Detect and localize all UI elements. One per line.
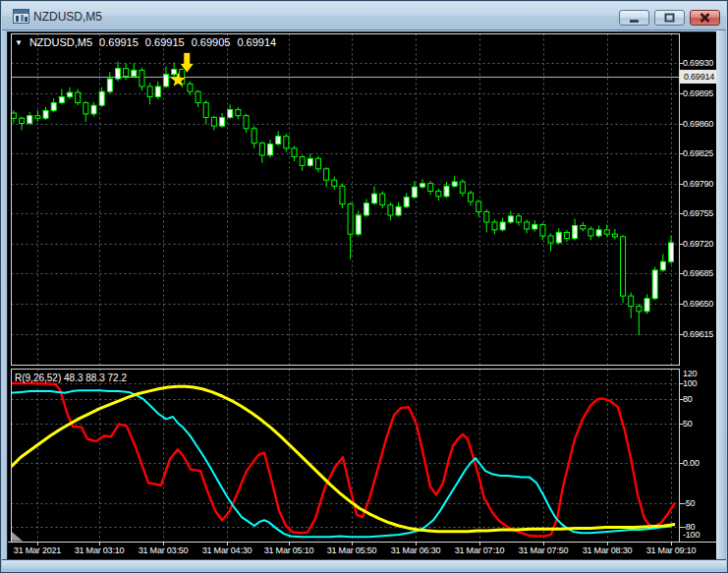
minimize-icon: [629, 14, 641, 23]
chart-area[interactable]: [7, 31, 718, 561]
price-tick-label: 0.69720: [683, 239, 713, 249]
price-tick-label: 0.69650: [683, 299, 713, 309]
time-axis-label: 31 Mar 06:30: [391, 545, 441, 555]
time-axis-label: 31 Mar 2021: [14, 545, 61, 555]
current-price-badge: 0.69914: [680, 70, 718, 84]
time-axis-label: 31 Mar 07:10: [455, 545, 505, 555]
indicator-scale-label: -100: [683, 530, 700, 540]
time-axis-label: 31 Mar 05:50: [327, 545, 377, 555]
indicator-scale-label: -50: [683, 498, 695, 508]
price-tick-label: 0.69685: [683, 268, 713, 278]
price-tick-label: 0.69790: [683, 179, 713, 189]
indicator-scale-label: 100: [683, 378, 697, 388]
restore-button[interactable]: [654, 10, 685, 26]
price-tick-label: 0.69615: [683, 329, 713, 339]
open-value: 0.69915: [99, 36, 139, 48]
indicator-scale-label: 80: [683, 394, 693, 404]
price-tick-label: 0.69895: [683, 88, 713, 98]
window-right-frame: [716, 30, 726, 560]
time-axis-label: 31 Mar 03:10: [75, 545, 125, 555]
indicator-label: R(9,26,52) 48.3 88.3 72.2: [15, 372, 127, 383]
time-axis-label: 31 Mar 03:50: [139, 545, 189, 555]
close-icon: [700, 13, 710, 23]
chart-icon: [13, 9, 29, 24]
ohlc-header: ▼NZDUSD,M50.699150.699150.699050.69914: [15, 36, 283, 48]
title-bar[interactable]: NZDUSD,M5: [2, 2, 726, 30]
time-axis-label: 31 Mar 05:10: [264, 545, 314, 555]
time-axis-label: 31 Mar 07:50: [519, 545, 569, 555]
window-bottom-frame: [2, 559, 726, 571]
chevron-down-icon[interactable]: ▼: [15, 38, 23, 47]
close-button[interactable]: [690, 10, 720, 26]
price-tick-label: 0.69755: [683, 208, 713, 218]
price-tick-label: 0.69930: [683, 58, 713, 68]
minimize-button[interactable]: [619, 10, 649, 26]
price-tick-label: 0.69860: [683, 119, 713, 129]
restore-icon: [664, 13, 675, 23]
window-title: NZDUSD,M5: [33, 10, 102, 24]
time-axis-label: 31 Mar 08:30: [583, 545, 633, 555]
indicator-scale-label: 50: [683, 419, 693, 429]
window-left-frame: [2, 30, 7, 560]
mt4-chart-window: NZDUSD,M5 ▼NZDUSD,M50.699150.699150.6990…: [0, 0, 728, 573]
symbol-period: NZDUSD,M5: [29, 36, 92, 48]
low-value: 0.69905: [192, 36, 231, 48]
close-value: 0.69914: [237, 36, 276, 48]
high-value: 0.69915: [145, 36, 185, 48]
time-axis-label: 31 Mar 09:10: [646, 545, 697, 555]
indicator-scale-label: 120: [683, 369, 697, 378]
price-tick-label: 0.69825: [683, 148, 713, 158]
indicator-scale-label: 0.00: [683, 458, 700, 468]
time-axis-label: 31 Mar 04:30: [202, 545, 252, 555]
